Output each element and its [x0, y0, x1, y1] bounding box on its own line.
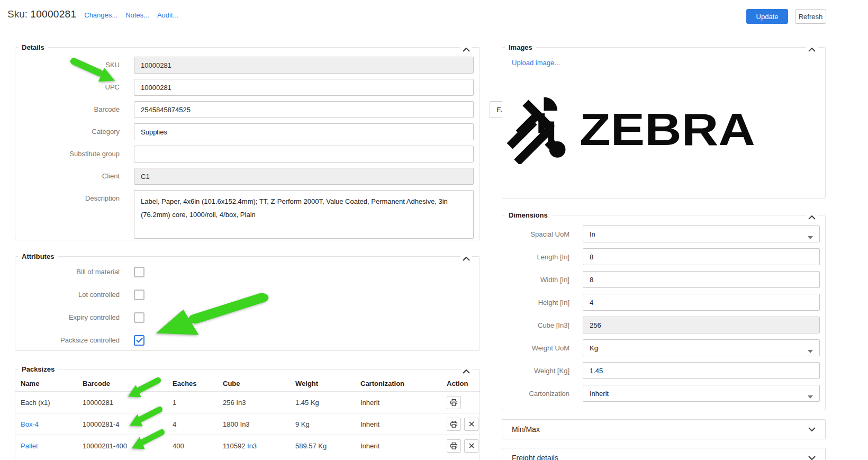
- packsize-weight: 589.57 Kg: [295, 442, 360, 450]
- description-label: Description: [15, 190, 134, 202]
- packsize-eaches: 1: [173, 399, 223, 407]
- col-action: Action: [447, 380, 480, 387]
- substitute-group-row: Substitute group: [15, 146, 480, 163]
- packsize-name[interactable]: Each (x1): [21, 399, 50, 407]
- category-field[interactable]: [134, 123, 474, 140]
- printer-icon: [450, 399, 458, 407]
- dimension-label: Weight UoM: [502, 344, 583, 352]
- header-link[interactable]: Notes...: [125, 11, 149, 19]
- col-eaches: Eaches: [173, 380, 223, 387]
- update-button[interactable]: Update: [746, 9, 788, 24]
- refresh-button[interactable]: Refresh: [795, 9, 826, 24]
- dimension-field[interactable]: Kg: [583, 339, 820, 356]
- packsize-cube: 110592 In3: [223, 442, 295, 450]
- chevron-up-icon: [463, 257, 470, 261]
- dimensions-section: Dimensions Spacial UoM In Length [In] 8: [502, 211, 826, 410]
- dimension-row: Cube [In3] 256: [502, 317, 825, 333]
- packsize-cube: 256 In3: [223, 399, 295, 407]
- upc-label: UPC: [15, 79, 134, 91]
- check-icon: [136, 337, 143, 343]
- dimension-value: Inherit: [590, 390, 609, 398]
- barcode-field[interactable]: [134, 101, 474, 118]
- dimension-value: 8: [590, 276, 593, 284]
- collapse-packsizes-button[interactable]: [460, 369, 472, 374]
- dimension-field[interactable]: 1.45: [583, 362, 820, 379]
- dimension-field[interactable]: Inherit: [583, 385, 820, 402]
- delete-packsize-button[interactable]: [464, 418, 478, 431]
- chevron-up-icon: [463, 369, 470, 374]
- packsize-table-row: Box-4 10000281-4 4 1800 In3 9 Kg Inherit: [15, 413, 480, 435]
- attribute-row: Bill of material: [15, 265, 480, 279]
- packsize-weight: 9 Kg: [295, 420, 360, 428]
- printer-icon: [450, 442, 458, 450]
- upload-image-link[interactable]: Upload image...: [512, 59, 560, 67]
- packsize-cartonization: Inherit: [360, 420, 447, 428]
- collapse-attributes-button[interactable]: [460, 256, 472, 261]
- dimension-row: Spacial UoM In: [502, 226, 825, 242]
- dimension-value: 1.45: [590, 367, 603, 375]
- attribute-label: Bill of material: [15, 268, 134, 276]
- chevron-up-icon: [808, 48, 816, 52]
- dimension-row: Cartonization Inherit: [502, 385, 825, 402]
- packsize-table-row: Pallet 10000281-400 400 110592 In3 589.5…: [15, 435, 480, 456]
- upc-row: UPC: [15, 79, 480, 96]
- packsize-name[interactable]: Pallet: [21, 442, 38, 450]
- dimension-field[interactable]: 256: [583, 317, 820, 333]
- minmax-section-header[interactable]: Min/Max: [502, 419, 826, 439]
- chevron-up-icon: [808, 215, 816, 220]
- freight-details-title: Freight details: [512, 454, 558, 460]
- dimension-row: Height [In] 4: [502, 294, 825, 311]
- barcode-label: Barcode: [15, 101, 134, 113]
- product-image: ZEBRA: [502, 94, 825, 164]
- packsize-cube: 1800 In3: [223, 420, 295, 428]
- packsize-eaches: 4: [173, 420, 223, 428]
- dimension-field[interactable]: 8: [583, 271, 820, 288]
- client-field: [134, 168, 474, 185]
- chevron-down-icon: [808, 456, 816, 460]
- print-label-button[interactable]: [447, 396, 461, 409]
- delete-packsize-button[interactable]: [464, 439, 478, 453]
- packsize-name[interactable]: Box-4: [21, 420, 39, 428]
- packsize-eaches: 400: [173, 442, 223, 450]
- dimension-value: In: [590, 230, 595, 238]
- images-section: Images Upload image... ZEBRA: [502, 43, 826, 199]
- attribute-row: Expiry controlled: [15, 310, 480, 324]
- dimension-field[interactable]: 4: [583, 294, 820, 311]
- collapse-dimensions-button[interactable]: [806, 215, 818, 220]
- attribute-checkbox[interactable]: [134, 290, 144, 300]
- header-link[interactable]: Changes...: [84, 11, 117, 19]
- col-weight: Weight: [295, 380, 360, 387]
- packsize-barcode: 10000281: [83, 399, 173, 407]
- print-label-button[interactable]: [447, 418, 461, 431]
- details-section: Details SKU UPC Barcode EAN13 Category: [15, 43, 480, 240]
- zebra-head-icon: [502, 94, 570, 164]
- dimension-label: Length [In]: [502, 253, 583, 261]
- dimension-field[interactable]: 8: [583, 248, 820, 265]
- print-label-button[interactable]: [447, 439, 461, 453]
- collapse-images-button[interactable]: [806, 47, 818, 52]
- client-row: Client: [15, 168, 480, 185]
- col-barcode: Barcode: [83, 380, 173, 387]
- images-legend: Images: [505, 43, 536, 51]
- attributes-section: Attributes Bill of material Lot controll…: [15, 252, 480, 351]
- triangle-down-icon: [808, 392, 813, 400]
- details-legend: Details: [18, 43, 48, 51]
- substitute-group-field[interactable]: [134, 146, 474, 163]
- attribute-checkbox[interactable]: [134, 312, 144, 323]
- dimension-value: Kg: [590, 344, 598, 352]
- upc-field[interactable]: [134, 79, 474, 96]
- description-field[interactable]: Label, Paper, 4x6in (101.6x152.4mm); TT,…: [134, 190, 474, 239]
- triangle-down-icon: [808, 233, 813, 241]
- dimension-row: Weight UoM Kg: [502, 339, 825, 356]
- attribute-checkbox[interactable]: [134, 267, 144, 277]
- sku-value: 10000281: [30, 8, 76, 20]
- sku-label: SKU: [15, 57, 134, 69]
- packsizes-header-row: Name Barcode Eaches Cube Weight Cartoniz…: [15, 375, 480, 391]
- collapse-details-button[interactable]: [460, 47, 472, 52]
- attribute-checkbox[interactable]: [134, 335, 144, 346]
- col-name: Name: [21, 380, 83, 387]
- freight-details-section-header[interactable]: Freight details: [502, 448, 826, 460]
- header-link[interactable]: Audit...: [157, 11, 178, 19]
- sku-row: SKU: [15, 57, 480, 74]
- dimension-field[interactable]: In: [583, 226, 820, 242]
